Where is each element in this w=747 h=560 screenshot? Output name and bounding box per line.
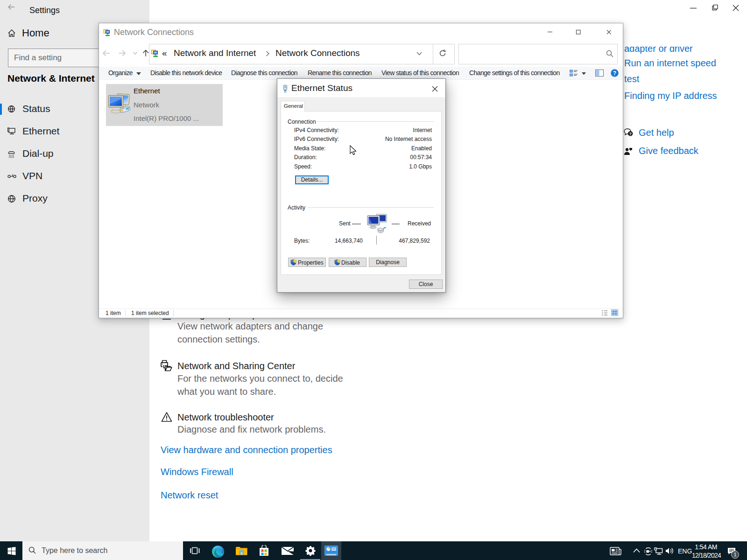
svg-text:?: ? xyxy=(629,132,632,136)
svg-text:?: ? xyxy=(613,70,616,77)
